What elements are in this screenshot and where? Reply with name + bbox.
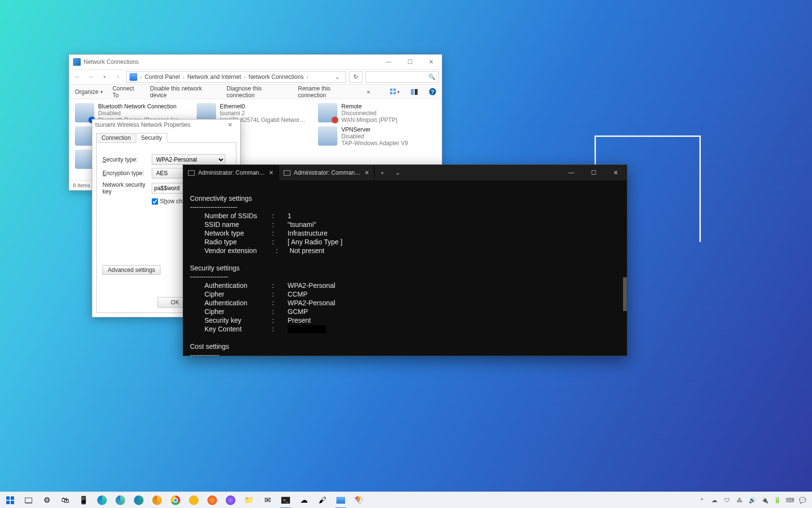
search-input[interactable]: 🔍 [365,71,439,83]
window-title: Network Connections [84,59,378,65]
svg-rect-10 [25,498,32,503]
diagnose-button[interactable]: Diagnose this connection [227,85,289,99]
network-tray-icon[interactable]: 🖧 [736,496,743,504]
maximize-button[interactable]: ☐ [399,55,420,69]
help-button[interactable]: ? [429,88,436,95]
network-icon [73,58,81,66]
app-icon[interactable]: 🪁 [351,492,367,508]
advanced-settings-button[interactable]: Advanced settings [102,265,160,275]
cmd-icon [284,170,290,176]
connection-vpnserver[interactable]: VPNServerDisabledTAP-Windows Adapter V9 [317,125,437,148]
system-tray: ^ ☁ 🛡 🖧 🔊 🔌 🔋 ⌨ 💬 [698,496,810,504]
terminal-window: Administrator: Command Prompt ✕ Administ… [183,164,627,356]
forward-button[interactable]: → [86,72,96,82]
new-tab-button[interactable]: ＋ [375,165,390,180]
onedrive-icon[interactable]: ☁ [296,492,312,508]
organize-menu[interactable]: Organize ▾ [75,89,103,95]
tray-chevron-icon[interactable]: ^ [698,496,706,504]
firefox-nightly-icon[interactable] [222,492,239,508]
address-bar-row: ← → ▾ ↑ › Control Panel› Network and Int… [69,69,442,85]
command-bar: Organize ▾ Connect To Disable this netwo… [69,85,442,99]
chrome-canary-icon[interactable] [186,492,202,508]
svg-rect-9 [11,501,14,504]
terminal-tab-1[interactable]: Administrator: Command Prompt ✕ [183,165,279,180]
svg-rect-3 [393,92,396,94]
crumb-control-panel[interactable]: Control Panel [145,74,180,80]
connect-to-button[interactable]: Connect To [113,85,141,99]
control-panel-icon [130,73,137,81]
edge-icon[interactable] [94,492,110,508]
disconnected-icon [332,117,338,123]
show-characters-checkbox[interactable] [152,198,158,205]
volume-icon[interactable]: 🔊 [748,496,756,504]
overflow-button[interactable]: » [367,89,370,95]
rename-button[interactable]: Rename this connection [298,85,357,99]
start-button[interactable] [2,492,18,508]
svg-rect-5 [415,89,418,95]
view-options-button[interactable]: ▾ [390,87,400,97]
crumb-network-internet[interactable]: Network and Internet [187,74,241,80]
crumb-network-connections[interactable]: Network Connections [248,74,304,80]
up-button[interactable]: ↑ [113,72,123,82]
connection-remote[interactable]: RemoteDisconnectedWAN Miniport (PPTP) [317,102,437,124]
action-center-icon[interactable]: 💬 [798,496,806,504]
control-panel-taskbar-icon[interactable] [333,492,349,508]
paint-icon[interactable]: 🖌 [314,492,331,508]
task-view-button[interactable] [20,492,37,508]
input-icon[interactable]: ⌨ [786,496,794,504]
tab-connection[interactable]: Connection [96,133,136,143]
svg-rect-7 [11,496,14,500]
terminal-tab-2[interactable]: Administrator: Command Prompt ✕ [279,165,375,180]
refresh-button[interactable]: ↻ [349,71,362,83]
security-type-label: Security type: [102,156,152,163]
close-tab-icon[interactable]: ✕ [364,169,369,176]
terminal-taskbar-icon[interactable]: >_ [277,492,294,508]
edge-beta-icon[interactable] [112,492,129,508]
minimize-button[interactable]: — [378,55,399,69]
close-tab-icon[interactable]: ✕ [269,169,274,176]
preview-pane-button[interactable] [409,87,420,97]
terminal-scrollbar[interactable] [623,180,627,356]
search-icon: 🔍 [428,74,435,80]
tab-dropdown-button[interactable]: ⌄ [390,165,406,180]
close-button[interactable]: ✕ [223,121,237,128]
svg-rect-1 [393,89,396,91]
taskbar: ⚙ 🛍 📱 📁 ✉ >_ ☁ 🖌 🪁 ^ ☁ 🛡 🖧 🔊 🔌 🔋 ⌨ 💬 [0,492,812,508]
store-icon[interactable]: 🛍 [57,492,73,508]
usb-icon[interactable]: 🔌 [761,496,768,504]
onedrive-tray-icon[interactable]: ☁ [710,496,718,504]
security-type-select[interactable]: WPA2-Personal [152,154,225,165]
redacted-key-content: ████████ [288,325,326,333]
svg-rect-6 [6,496,10,500]
dialog-titlebar[interactable]: tsunami Wireless Network Properties ✕ [92,120,240,130]
tab-security[interactable]: Security [136,133,167,143]
security-key-label: Network security key [102,181,152,195]
maximize-button[interactable]: ☐ [582,165,605,180]
close-button[interactable]: ✕ [420,55,442,69]
titlebar[interactable]: Network Connections — ☐ ✕ [69,55,442,69]
recent-dropdown[interactable]: ▾ [99,72,110,82]
svg-rect-4 [411,89,414,95]
chevron-down-icon[interactable]: ⌄ [332,74,343,80]
close-button[interactable]: ✕ [605,165,627,180]
file-explorer-icon[interactable]: 📁 [241,492,257,508]
terminal-output[interactable]: Connectivity settings ------------------… [183,180,627,356]
defender-icon[interactable]: 🛡 [723,496,731,504]
minimize-button[interactable]: — [560,165,582,180]
cmd-icon [188,170,195,176]
edge-canary-icon[interactable] [149,492,165,508]
battery-icon[interactable]: 🔋 [773,496,781,504]
firefox-icon[interactable] [204,492,220,508]
chrome-icon[interactable] [167,492,184,508]
settings-icon[interactable]: ⚙ [39,492,55,508]
phone-icon[interactable]: 📱 [75,492,92,508]
edge-dev-icon[interactable] [130,492,147,508]
svg-rect-2 [390,92,392,94]
breadcrumb[interactable]: › Control Panel› Network and Internet› N… [126,71,346,83]
dialog-title: tsunami Wireless Network Properties [95,121,223,128]
svg-rect-0 [390,89,392,91]
disable-device-button[interactable]: Disable this network device [150,85,217,99]
mail-icon[interactable]: ✉ [259,492,276,508]
back-button[interactable]: ← [72,72,83,82]
svg-rect-8 [6,501,10,504]
